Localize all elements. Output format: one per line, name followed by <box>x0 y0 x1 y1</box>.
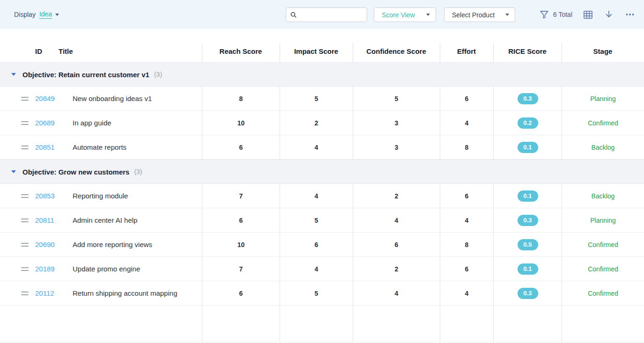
effort-cell: 6 <box>440 184 493 208</box>
drag-handle-icon[interactable] <box>21 146 30 149</box>
display-type-dropdown[interactable]: Idea <box>39 10 59 19</box>
grid-view-icon[interactable] <box>583 9 593 20</box>
idea-id-link[interactable]: 20112 <box>35 289 68 297</box>
row-main-cell: 20189 Update promo engine <box>0 257 202 281</box>
search-input[interactable] <box>300 11 363 18</box>
drag-handle-icon[interactable] <box>21 267 30 271</box>
rice-score-badge: 0.5 <box>518 239 538 250</box>
rice-score-badge: 0.1 <box>518 142 538 153</box>
reach-score-value: 7 <box>239 265 243 273</box>
drag-handle-icon[interactable] <box>21 243 30 247</box>
impact-score-cell: 4 <box>280 257 353 281</box>
reach-score-cell: 6 <box>202 135 280 159</box>
reach-score-cell: 6 <box>202 281 280 305</box>
stage-value: Backlog <box>592 192 615 200</box>
confidence-score-cell: 3 <box>353 135 440 159</box>
impact-score-value: 4 <box>315 144 318 151</box>
drag-handle-icon[interactable] <box>21 194 30 198</box>
confidence-score-value: 4 <box>395 290 399 297</box>
rice-score-cell: 0.3 <box>493 87 562 110</box>
column-header-impact-score: Impact Score <box>280 29 353 62</box>
idea-id-link[interactable]: 20811 <box>35 216 68 224</box>
display-selector: Display Idea <box>14 0 59 29</box>
effort-value: 6 <box>465 95 469 102</box>
drag-handle-icon[interactable] <box>21 97 30 101</box>
chevron-down-icon <box>505 14 509 16</box>
effort-value: 8 <box>465 144 469 151</box>
rice-score-badge: 0.3 <box>518 93 538 104</box>
score-view-label: Score View <box>382 11 415 19</box>
table-row: 20689 In app guide 10 2 3 4 0.2 Confirme… <box>0 111 644 135</box>
idea-id-link[interactable]: 20690 <box>35 241 68 248</box>
confidence-score-cell: 6 <box>353 233 440 256</box>
impact-score-value: 6 <box>315 241 318 248</box>
rice-score-cell: 0.1 <box>493 135 562 159</box>
idea-title: Add more reporting views <box>73 241 152 248</box>
select-product-dropdown[interactable]: Select Product <box>444 7 515 22</box>
more-options-icon[interactable] <box>624 9 636 20</box>
reach-score-cell: 6 <box>202 208 280 232</box>
row-main-cell: 20811 Admin center AI help <box>0 208 202 232</box>
search-box[interactable] <box>286 7 367 22</box>
stage-value: Confirmed <box>588 119 618 127</box>
table-body: Objective: Retain current customer v1 (3… <box>0 62 644 306</box>
stage-value: Confirmed <box>588 241 618 248</box>
drag-handle-icon[interactable] <box>21 219 30 222</box>
column-header-rice-score: RICE Score <box>493 29 562 62</box>
toolbar-right-tools: 6 Total <box>539 0 636 29</box>
row-main-cell: 20112 Return shipping account mapping <box>0 281 202 305</box>
reach-score-cell: 8 <box>202 87 280 110</box>
rice-score-cell: 0.2 <box>493 111 562 135</box>
row-main-cell: 20853 Reporting module <box>0 184 202 208</box>
table-row: 20189 Update promo engine 7 4 2 6 0.1 Co… <box>0 257 644 281</box>
display-type-value[interactable]: Idea <box>39 10 52 19</box>
impact-score-value: 4 <box>315 265 318 273</box>
reach-score-cell: 7 <box>202 257 280 281</box>
idea-id-link[interactable]: 20849 <box>35 95 68 102</box>
rice-score-cell: 0.5 <box>493 233 562 256</box>
stage-value: Confirmed <box>588 290 618 297</box>
idea-title: Return shipping account mapping <box>73 289 177 297</box>
reach-score-value: 10 <box>237 241 245 248</box>
objective-group-row: Objective: Retain current customer v1 (3… <box>0 62 644 87</box>
table-row: 20690 Add more reporting views 10 6 6 8 … <box>0 233 644 257</box>
rice-score-cell: 0.3 <box>493 281 562 305</box>
idea-id-link[interactable]: 20851 <box>35 143 68 151</box>
confidence-score-value: 5 <box>395 95 399 102</box>
stage-cell: Planning <box>562 87 644 110</box>
filter-icon[interactable] <box>539 9 549 20</box>
confidence-score-value: 4 <box>395 217 399 224</box>
effort-cell: 4 <box>440 111 493 135</box>
drag-handle-icon[interactable] <box>21 121 30 125</box>
reach-score-value: 6 <box>239 144 243 151</box>
reach-score-cell: 7 <box>202 184 280 208</box>
idea-id-link[interactable]: 20189 <box>35 265 68 273</box>
row-main-cell: 20689 In app guide <box>0 111 202 135</box>
stage-cell: Backlog <box>562 135 644 159</box>
impact-score-value: 5 <box>315 95 318 102</box>
confidence-score-cell: 5 <box>353 87 440 110</box>
reach-score-value: 6 <box>239 217 243 224</box>
drag-handle-icon[interactable] <box>21 292 30 295</box>
objective-group-row: Objective: Grow new customers (3) <box>0 160 644 184</box>
rice-score-badge: 0.1 <box>518 190 538 202</box>
row-main-cell: 20849 New onboarding ideas v1 <box>0 87 202 110</box>
idea-id-link[interactable]: 20853 <box>35 192 68 200</box>
idea-title: New onboarding ideas v1 <box>73 95 152 102</box>
download-icon[interactable] <box>604 9 614 20</box>
confidence-score-value: 3 <box>395 119 399 127</box>
score-view-dropdown[interactable]: Score View <box>374 7 436 22</box>
group-count: (3) <box>154 71 162 78</box>
reach-score-value: 8 <box>239 95 243 102</box>
effort-cell: 8 <box>440 135 493 159</box>
idea-id-link[interactable]: 20689 <box>35 119 68 127</box>
confidence-score-cell: 4 <box>353 281 440 305</box>
stage-cell: Backlog <box>562 184 644 208</box>
effort-cell: 8 <box>440 233 493 256</box>
impact-score-cell: 5 <box>280 208 353 232</box>
collapse-caret-icon[interactable] <box>11 170 16 173</box>
collapse-caret-icon[interactable] <box>11 73 16 76</box>
table-row: 20112 Return shipping account mapping 6 … <box>0 281 644 306</box>
effort-value: 4 <box>465 217 469 224</box>
header-cell-id-title: ID Title <box>0 29 202 62</box>
